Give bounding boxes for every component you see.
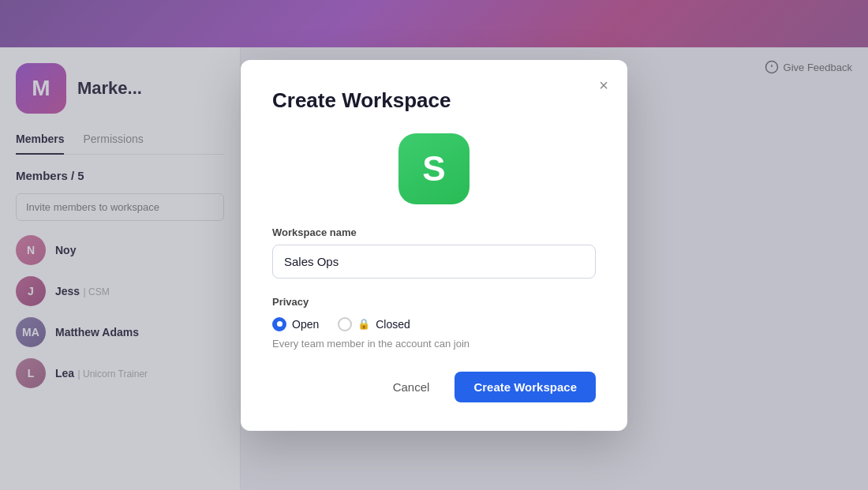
workspace-name-input[interactable] bbox=[272, 245, 596, 279]
privacy-description: Every team member in the account can joi… bbox=[272, 338, 596, 350]
create-workspace-button[interactable]: Create Workspace bbox=[455, 372, 596, 402]
modal-overlay: × Create Workspace S Workspace name Priv… bbox=[0, 0, 868, 490]
radio-closed[interactable]: 🔒 Closed bbox=[338, 317, 410, 331]
privacy-label: Privacy bbox=[272, 296, 596, 308]
privacy-section: Privacy Open 🔒 Closed Every team member … bbox=[272, 296, 596, 350]
modal-actions: Cancel Create Workspace bbox=[272, 372, 596, 402]
modal-workspace-icon[interactable]: S bbox=[398, 133, 470, 204]
radio-open-circle bbox=[272, 317, 286, 331]
modal-icon-area: S bbox=[272, 133, 596, 204]
radio-open[interactable]: Open bbox=[272, 317, 319, 331]
radio-closed-label: Closed bbox=[376, 318, 410, 331]
close-button[interactable]: × bbox=[596, 74, 612, 96]
privacy-options: Open 🔒 Closed bbox=[272, 317, 596, 331]
lock-icon: 🔒 bbox=[357, 318, 370, 330]
background-page: M Marke... Members Permissions Members /… bbox=[0, 0, 868, 490]
radio-closed-circle bbox=[338, 317, 352, 331]
modal-dialog: × Create Workspace S Workspace name Priv… bbox=[241, 60, 627, 431]
radio-open-label: Open bbox=[292, 318, 319, 331]
cancel-button[interactable]: Cancel bbox=[379, 372, 444, 402]
workspace-name-label: Workspace name bbox=[272, 226, 596, 238]
modal-title: Create Workspace bbox=[272, 88, 596, 113]
